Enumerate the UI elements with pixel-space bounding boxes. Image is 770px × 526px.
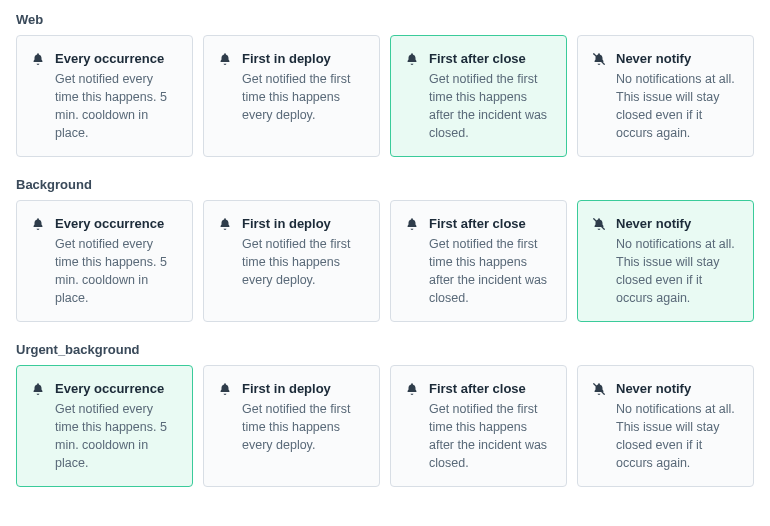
option-title: Never notify — [616, 380, 739, 398]
option-text: First after close Get notified the first… — [429, 50, 552, 142]
option-text: First in deploy Get notified the first t… — [242, 215, 365, 289]
option-title: Every occurrence — [55, 50, 178, 68]
option-text: First in deploy Get notified the first t… — [242, 380, 365, 454]
option-desc: Get notified the first time this happens… — [429, 400, 552, 473]
option-title: First after close — [429, 50, 552, 68]
option-desc: Get notified the first time this happens… — [429, 70, 552, 143]
bell-icon — [405, 52, 419, 66]
option-every-occurrence[interactable]: Every occurrence Get notified every time… — [16, 35, 193, 157]
option-title: First after close — [429, 215, 552, 233]
option-title: First after close — [429, 380, 552, 398]
option-first-after-close[interactable]: First after close Get notified the first… — [390, 200, 567, 322]
bell-icon — [31, 382, 45, 396]
option-desc: Get notified the first time this happens… — [429, 235, 552, 308]
bell-icon — [405, 382, 419, 396]
option-text: First after close Get notified the first… — [429, 380, 552, 472]
option-title: Never notify — [616, 50, 739, 68]
option-first-in-deploy[interactable]: First in deploy Get notified the first t… — [203, 35, 380, 157]
option-text: Never notify No notifications at all. Th… — [616, 50, 739, 142]
section-web: Web Every occurrence Get notified every … — [16, 12, 754, 157]
card-row: Every occurrence Get notified every time… — [16, 35, 754, 157]
card-row: Every occurrence Get notified every time… — [16, 200, 754, 322]
option-first-in-deploy[interactable]: First in deploy Get notified the first t… — [203, 200, 380, 322]
option-desc: No notifications at all. This issue will… — [616, 70, 739, 143]
bell-icon — [31, 217, 45, 231]
option-text: Every occurrence Get notified every time… — [55, 215, 178, 307]
option-text: First after close Get notified the first… — [429, 215, 552, 307]
option-every-occurrence[interactable]: Every occurrence Get notified every time… — [16, 200, 193, 322]
option-desc: Get notified the first time this happens… — [242, 70, 365, 124]
option-desc: No notifications at all. This issue will… — [616, 400, 739, 473]
card-row: Every occurrence Get notified every time… — [16, 365, 754, 487]
option-first-after-close[interactable]: First after close Get notified the first… — [390, 365, 567, 487]
option-desc: Get notified every time this happens. 5 … — [55, 70, 178, 143]
option-text: Every occurrence Get notified every time… — [55, 50, 178, 142]
section-title: Urgent_background — [16, 342, 754, 357]
option-never-notify[interactable]: Never notify No notifications at all. Th… — [577, 365, 754, 487]
option-title: Never notify — [616, 215, 739, 233]
option-never-notify[interactable]: Never notify No notifications at all. Th… — [577, 35, 754, 157]
option-desc: Get notified the first time this happens… — [242, 400, 365, 454]
option-title: First in deploy — [242, 215, 365, 233]
bell-slash-icon — [592, 52, 606, 66]
option-title: Every occurrence — [55, 380, 178, 398]
section-background: Background Every occurrence Get notified… — [16, 177, 754, 322]
option-desc: Get notified the first time this happens… — [242, 235, 365, 289]
option-first-after-close[interactable]: First after close Get notified the first… — [390, 35, 567, 157]
bell-icon — [218, 382, 232, 396]
option-title: Every occurrence — [55, 215, 178, 233]
bell-icon — [218, 52, 232, 66]
option-title: First in deploy — [242, 380, 365, 398]
bell-icon — [218, 217, 232, 231]
bell-slash-icon — [592, 382, 606, 396]
option-text: Never notify No notifications at all. Th… — [616, 215, 739, 307]
option-never-notify[interactable]: Never notify No notifications at all. Th… — [577, 200, 754, 322]
bell-icon — [31, 52, 45, 66]
option-text: Never notify No notifications at all. Th… — [616, 380, 739, 472]
section-urgent-background: Urgent_background Every occurrence Get n… — [16, 342, 754, 487]
option-desc: Get notified every time this happens. 5 … — [55, 400, 178, 473]
option-desc: Get notified every time this happens. 5 … — [55, 235, 178, 308]
option-text: First in deploy Get notified the first t… — [242, 50, 365, 124]
option-every-occurrence[interactable]: Every occurrence Get notified every time… — [16, 365, 193, 487]
bell-slash-icon — [592, 217, 606, 231]
section-title: Web — [16, 12, 754, 27]
option-first-in-deploy[interactable]: First in deploy Get notified the first t… — [203, 365, 380, 487]
section-title: Background — [16, 177, 754, 192]
bell-icon — [405, 217, 419, 231]
option-text: Every occurrence Get notified every time… — [55, 380, 178, 472]
option-desc: No notifications at all. This issue will… — [616, 235, 739, 308]
option-title: First in deploy — [242, 50, 365, 68]
